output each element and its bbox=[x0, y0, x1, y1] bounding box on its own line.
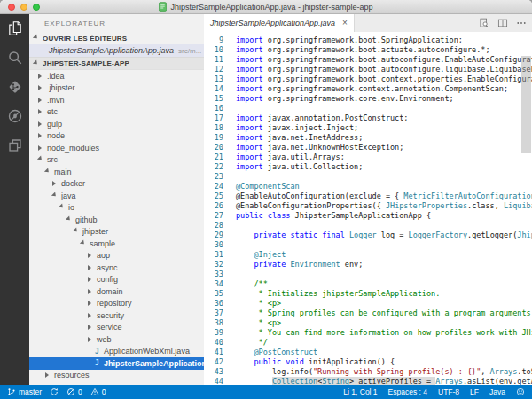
code-line[interactable]: 14import org.springframework.context.ann… bbox=[204, 84, 532, 94]
code-line[interactable]: 13import org.springframework.boot.contex… bbox=[204, 74, 532, 84]
open-preview-icon[interactable] bbox=[479, 18, 489, 28]
chevron-right-icon bbox=[38, 85, 44, 90]
code-line[interactable]: 26@EnableConfigurationProperties({ JHips… bbox=[204, 201, 532, 211]
explorer-title: EXPLORATEUR bbox=[29, 14, 204, 32]
status-language-mode[interactable]: Java bbox=[489, 387, 505, 396]
code-line[interactable]: 17import javax.annotation.PostConstruct; bbox=[204, 113, 532, 123]
code-line[interactable]: 37 * Spring profiles can be configured w… bbox=[204, 309, 532, 318]
code-line[interactable]: 35 * Initializes jhipsterSampleApplicati… bbox=[204, 289, 532, 299]
status-errors[interactable]: 0 bbox=[66, 387, 82, 396]
code-line[interactable]: 10import org.springframework.boot.actuat… bbox=[204, 45, 532, 55]
code-line[interactable]: 28 bbox=[204, 221, 532, 231]
code-line[interactable]: 31 @Inject bbox=[204, 250, 532, 260]
status-encoding[interactable]: UTF-8 bbox=[438, 387, 459, 396]
zoom-window-button[interactable] bbox=[33, 4, 40, 11]
activity-debug-button[interactable] bbox=[5, 106, 25, 126]
code-line[interactable]: 30 bbox=[204, 240, 532, 250]
tree-item-aop[interactable]: aop bbox=[29, 250, 204, 262]
folder-section-header[interactable]: JHIPSTER-SAMPLE-APP bbox=[29, 57, 204, 70]
tree-item-io[interactable]: io bbox=[29, 202, 204, 215]
code-line[interactable]: 41 @PostConstruct bbox=[204, 348, 532, 357]
line-number: 18 bbox=[204, 123, 227, 133]
tree-item-main[interactable]: main bbox=[29, 166, 204, 178]
tree-item-ApplicationWebXml.java[interactable]: JApplicationWebXml.java bbox=[29, 346, 204, 358]
tree-item-node_modules[interactable]: node_modules bbox=[29, 142, 204, 154]
code-line[interactable]: 38 * <p> bbox=[204, 318, 532, 328]
tree-item-etc[interactable]: etc bbox=[29, 106, 204, 119]
tree-item-security[interactable]: security bbox=[29, 309, 204, 322]
code-line[interactable]: 15import org.springframework.core.env.En… bbox=[204, 94, 532, 104]
tree-item-node[interactable]: node bbox=[29, 130, 204, 143]
tab-JhipsterSampleApplicationApp.java[interactable]: JhipsterSampleApplicationApp.java × bbox=[204, 14, 355, 32]
code-line[interactable]: 32 private Environment env; bbox=[204, 260, 532, 270]
tree-item-resources[interactable]: resources bbox=[29, 370, 204, 382]
code-line[interactable]: 39 * You can find more information on ho… bbox=[204, 328, 532, 338]
status-left: master 0 0 bbox=[7, 387, 113, 396]
tree-item-JhipsterSampleApplicationApp.java[interactable]: JJhipsterSampleApplicationApp.java bbox=[29, 357, 204, 370]
code-line[interactable]: 42 public void initApplication() { bbox=[204, 357, 532, 367]
code-line[interactable]: 12import org.springframework.boot.autoco… bbox=[204, 65, 532, 74]
code-line[interactable]: 44 Collection<String> activeProfiles = A… bbox=[204, 377, 532, 385]
code-line[interactable]: 29 private static final Logger log = Log… bbox=[204, 231, 532, 240]
tree-item-src[interactable]: src bbox=[29, 154, 204, 167]
activity-search-button[interactable] bbox=[5, 48, 25, 67]
close-window-button[interactable] bbox=[8, 4, 15, 11]
tree-item-gulp[interactable]: gulp bbox=[29, 118, 204, 130]
status-feedback[interactable] bbox=[516, 387, 525, 396]
status-cursor-position[interactable]: Li 1, Col 1 bbox=[343, 387, 377, 396]
code-line[interactable]: 19import java.net.InetAddress; bbox=[204, 133, 532, 143]
code-line[interactable]: 11import org.springframework.boot.autoco… bbox=[204, 55, 532, 65]
tree-item-repository[interactable]: repository bbox=[29, 298, 204, 310]
code-line[interactable]: 22import java.util.Collection; bbox=[204, 162, 532, 172]
code-line[interactable]: 23 bbox=[204, 172, 532, 182]
split-editor-icon[interactable] bbox=[497, 18, 508, 28]
tree-item-service[interactable]: service bbox=[29, 322, 204, 334]
vertical-scrollbar[interactable] bbox=[521, 56, 531, 153]
code-line[interactable]: 25@EnableAutoConfiguration(exclude = { M… bbox=[204, 192, 532, 201]
status-eol[interactable]: LF bbox=[470, 387, 479, 396]
code-line[interactable]: 40 */ bbox=[204, 338, 532, 348]
code-line[interactable]: 20import java.net.UnknownHostException; bbox=[204, 143, 532, 153]
status-warnings[interactable]: 0 bbox=[90, 387, 106, 396]
tree-item-config[interactable]: config bbox=[29, 274, 204, 286]
tree-item-sample[interactable]: sample bbox=[29, 238, 204, 250]
status-git-branch[interactable]: master bbox=[7, 387, 42, 396]
more-actions-icon[interactable] bbox=[516, 18, 527, 28]
code-line[interactable]: 21import java.util.Arrays; bbox=[204, 153, 532, 162]
tree-item-java[interactable]: java bbox=[29, 190, 204, 202]
code-line[interactable]: 34 /** bbox=[204, 279, 532, 289]
line-number: 43 bbox=[204, 367, 227, 377]
open-editor-item[interactable]: JhipsterSampleApplicationApp.java src/m.… bbox=[29, 44, 204, 57]
activity-explorer-button[interactable] bbox=[5, 19, 25, 38]
line-number: 44 bbox=[204, 377, 227, 385]
line-number: 33 bbox=[204, 270, 227, 279]
tree-item-.mvn[interactable]: .mvn bbox=[29, 94, 204, 106]
code-line[interactable]: 36 * <p> bbox=[204, 299, 532, 309]
status-indentation[interactable]: Espaces : 4 bbox=[388, 387, 427, 396]
tree-item-jhipster[interactable]: jhipster bbox=[29, 226, 204, 239]
close-icon[interactable]: × bbox=[342, 19, 348, 27]
code-line[interactable]: 24@ComponentScan bbox=[204, 182, 532, 192]
tree-item-async[interactable]: async bbox=[29, 262, 204, 274]
tree-item-docker[interactable]: docker bbox=[29, 178, 204, 191]
chevron-right-icon bbox=[88, 337, 94, 342]
tree-item-domain[interactable]: domain bbox=[29, 286, 204, 298]
code-line[interactable]: 27public class JhipsterSampleApplication… bbox=[204, 211, 532, 221]
tree-item-label: node_modules bbox=[47, 144, 99, 153]
activity-source-control-button[interactable] bbox=[5, 77, 25, 97]
code-line[interactable]: 16 bbox=[204, 104, 532, 113]
tree-item-.idea[interactable]: .idea bbox=[29, 70, 204, 82]
minimize-window-button[interactable] bbox=[20, 4, 27, 11]
code-line[interactable]: 18import javax.inject.Inject; bbox=[204, 123, 532, 133]
tree-item-.jhipster[interactable]: .jhipster bbox=[29, 82, 204, 95]
code-line[interactable]: 43 log.info("Running with Spring profile… bbox=[204, 367, 532, 377]
status-sync[interactable] bbox=[50, 387, 59, 396]
activity-extensions-button[interactable] bbox=[5, 136, 25, 155]
code-line[interactable]: 33 bbox=[204, 270, 532, 279]
tree-item-web[interactable]: web bbox=[29, 333, 204, 346]
tree-item-label: repository bbox=[97, 299, 132, 308]
code-line[interactable]: 9import org.springframework.boot.SpringA… bbox=[204, 35, 532, 45]
tree-item-label: src bbox=[47, 155, 58, 164]
open-editors-header[interactable]: OUVRIR LES ÉDITEURS bbox=[29, 32, 204, 44]
tree-item-github[interactable]: github bbox=[29, 214, 204, 226]
